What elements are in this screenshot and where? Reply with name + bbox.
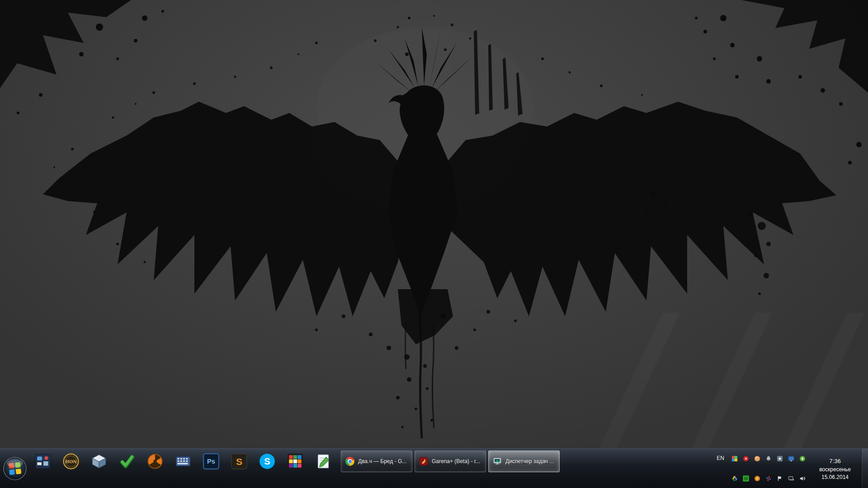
- virtualbox-icon: [90, 453, 108, 470]
- clock-time: 7:36: [829, 457, 840, 466]
- svg-text:S: S: [264, 456, 270, 466]
- clock-date: 15.06.2014: [821, 474, 849, 481]
- volume-icon[interactable]: [799, 475, 806, 482]
- garena-icon: [419, 457, 428, 466]
- task-manager-icon: [493, 457, 502, 466]
- windows-logo-icon: [3, 456, 27, 481]
- desktop[interactable]: [0, 0, 868, 448]
- pinwheel-icon[interactable]: [765, 475, 772, 482]
- pinned-app-icon[interactable]: S: [253, 450, 281, 473]
- taskbar-window-chrome[interactable]: Два.ч — Бред - G...: [341, 450, 412, 472]
- window-title: Garena+ (Beta) - г...: [432, 458, 480, 465]
- pinned-app-icon[interactable]: [113, 450, 141, 473]
- svg-text:Ps: Ps: [207, 458, 215, 465]
- green-check-icon: [118, 453, 136, 470]
- notepad-icon: [315, 453, 332, 470]
- action-center-flag-icon[interactable]: [776, 475, 783, 482]
- pinned-apps: HON: [29, 450, 337, 473]
- gdrive-icon[interactable]: [731, 475, 738, 482]
- orange-donut-icon[interactable]: [754, 475, 761, 482]
- color-swatch-icon[interactable]: [731, 455, 738, 462]
- pinned-app-icon[interactable]: [29, 450, 57, 473]
- app-tiles-icon: [34, 453, 52, 470]
- clock[interactable]: 7:36 воскресенье 15.06.2014: [811, 449, 859, 488]
- radiation-icon: [146, 453, 164, 470]
- bell-icon[interactable]: [765, 455, 772, 462]
- tray-icons: [729, 449, 808, 488]
- show-desktop-button[interactable]: [861, 449, 868, 488]
- sublime-icon: S: [231, 453, 248, 470]
- language-indicator[interactable]: EN: [717, 449, 729, 488]
- pinned-app-icon[interactable]: Ps: [197, 450, 225, 473]
- window-title: Два.ч — Бред - G...: [358, 458, 406, 465]
- pinned-app-icon[interactable]: [309, 450, 337, 473]
- pinned-app-icon[interactable]: S: [225, 450, 253, 473]
- photoshop-icon: Ps: [203, 453, 220, 470]
- svg-text:S: S: [236, 456, 242, 467]
- pinned-app-icon[interactable]: [169, 450, 197, 473]
- green-square-icon[interactable]: [742, 475, 750, 482]
- pinned-app-icon[interactable]: [85, 450, 113, 473]
- light-streaks: [588, 313, 868, 448]
- svg-text:HON: HON: [65, 459, 77, 464]
- network-icon[interactable]: [788, 475, 795, 482]
- start-button[interactable]: [3, 456, 27, 481]
- skype-icon: S: [259, 453, 276, 470]
- pinned-app-icon[interactable]: [141, 450, 169, 473]
- hon-icon: HON: [62, 453, 80, 470]
- slate-tile-icon[interactable]: [776, 455, 783, 462]
- green-orb-icon[interactable]: [799, 455, 806, 462]
- keyboard-icon: [175, 453, 192, 470]
- system-tray: EN: [717, 449, 868, 488]
- color-grid-icon: [287, 453, 304, 470]
- red-badge-icon[interactable]: [742, 455, 750, 462]
- taskbar: HON: [0, 448, 868, 488]
- pinned-app-icon[interactable]: HON: [57, 450, 85, 473]
- orange-ball-icon[interactable]: [754, 455, 761, 462]
- window-title: Диспетчер задач ...: [505, 458, 554, 465]
- taskbar-window-task-manager[interactable]: Диспетчер задач ...: [488, 450, 560, 472]
- blue-screen-icon[interactable]: [788, 455, 795, 462]
- clock-weekday: воскресенье: [819, 466, 851, 474]
- pinned-app-icon[interactable]: [281, 450, 309, 473]
- desktop-screen: HON: [0, 0, 868, 488]
- chrome-icon: [345, 457, 354, 466]
- taskbar-window-garena[interactable]: Garena+ (Beta) - г...: [415, 450, 486, 472]
- open-windows: Два.ч — Бред - G... Garena+ (Beta) - г..…: [341, 450, 560, 472]
